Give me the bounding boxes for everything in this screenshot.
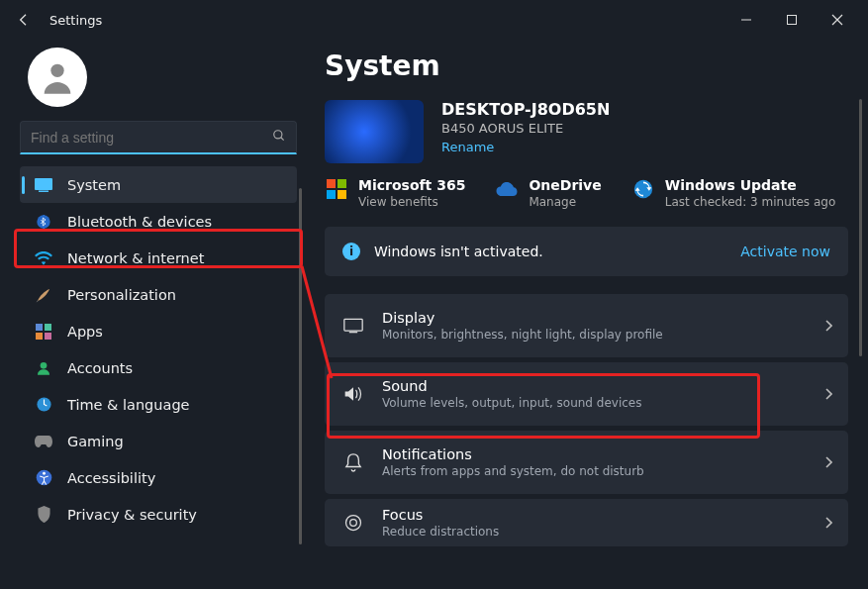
svg-point-23 (346, 516, 361, 531)
setting-subtitle: Monitors, brightness, night light, displ… (382, 328, 663, 342)
search-icon (272, 129, 286, 146)
setting-subtitle: Alerts from apps and system, do not dist… (382, 464, 644, 478)
svg-line-4 (281, 138, 284, 141)
sidebar-item-system[interactable]: System (20, 166, 297, 203)
shield-icon (34, 505, 53, 525)
chevron-right-icon (824, 453, 832, 472)
search-input-wrapper[interactable] (20, 121, 297, 154)
gaming-icon (34, 432, 53, 451)
focus-icon (340, 513, 366, 533)
sidebar-item-label: Gaming (67, 434, 124, 449)
microsoft365-icon (325, 177, 348, 201)
svg-rect-21 (344, 319, 362, 331)
window-close-button[interactable] (815, 4, 860, 36)
wifi-icon (34, 248, 53, 268)
sidebar-item-gaming[interactable]: Gaming (20, 423, 297, 459)
svg-rect-17 (338, 179, 346, 188)
service-name: Windows Update (665, 177, 836, 193)
svg-rect-19 (338, 190, 346, 199)
windows-update-icon (631, 177, 655, 201)
sidebar: System Bluetooth & devices Network & int… (0, 40, 307, 589)
service-action: View benefits (358, 195, 465, 209)
service-name: OneDrive (529, 177, 601, 193)
service-action: Manage (529, 195, 601, 209)
window-maximize-button[interactable] (769, 4, 815, 36)
svg-rect-11 (45, 333, 51, 340)
sidebar-item-accounts[interactable]: Accounts (20, 349, 297, 386)
svg-rect-18 (327, 190, 336, 199)
rename-link[interactable]: Rename (441, 140, 494, 154)
sidebar-item-bluetooth[interactable]: Bluetooth & devices (20, 203, 297, 240)
setting-subtitle: Reduce distractions (382, 525, 499, 539)
display-icon (340, 318, 366, 334)
svg-point-3 (274, 131, 282, 139)
device-board: B450 AORUS ELITE (441, 121, 610, 136)
main-scrollbar[interactable] (859, 99, 862, 356)
svg-rect-9 (45, 324, 51, 331)
service-name: Microsoft 365 (358, 177, 465, 193)
bell-icon (340, 452, 366, 472)
svg-point-2 (50, 64, 63, 77)
back-button[interactable] (8, 4, 40, 36)
paintbrush-icon (34, 285, 53, 305)
device-name: DESKTOP-J8OD65N (441, 100, 610, 119)
chevron-right-icon (824, 317, 832, 336)
sound-icon (340, 385, 366, 403)
activate-now-link[interactable]: Activate now (740, 244, 830, 259)
apps-icon (34, 322, 53, 342)
svg-point-7 (37, 215, 49, 228)
service-action: Last checked: 3 minutes ago (665, 195, 836, 209)
sidebar-item-apps[interactable]: Apps (20, 313, 297, 349)
setting-title: Focus (382, 507, 499, 523)
svg-point-15 (43, 472, 46, 475)
device-summary: DESKTOP-J8OD65N B450 AORUS ELITE Rename (325, 100, 848, 163)
svg-rect-6 (39, 190, 48, 192)
search-input[interactable] (31, 130, 272, 146)
chevron-right-icon (824, 514, 832, 533)
sidebar-item-label: Accounts (67, 360, 133, 376)
accounts-icon (34, 358, 53, 378)
activation-message: Windows isn't activated. (374, 244, 543, 259)
setting-display[interactable]: Display Monitors, brightness, night ligh… (325, 294, 848, 357)
sidebar-scrollbar[interactable] (299, 188, 302, 544)
sidebar-item-time-language[interactable]: Time & language (20, 386, 297, 423)
accessibility-icon (34, 468, 53, 488)
onedrive-icon (495, 177, 519, 201)
sidebar-item-personalization[interactable]: Personalization (20, 276, 297, 313)
svg-point-12 (41, 362, 48, 369)
sidebar-item-label: Apps (67, 324, 103, 340)
system-icon (34, 175, 53, 195)
svg-rect-5 (35, 178, 52, 190)
device-wallpaper-thumb (325, 100, 424, 163)
sidebar-item-label: Bluetooth & devices (67, 214, 212, 230)
service-onedrive[interactable]: OneDrive Manage (495, 177, 601, 209)
clock-globe-icon (34, 395, 53, 415)
info-icon: i (342, 243, 360, 260)
sidebar-item-accessibility[interactable]: Accessibility (20, 459, 297, 496)
chevron-right-icon (824, 385, 832, 404)
svg-rect-16 (327, 179, 336, 188)
service-windows-update[interactable]: Windows Update Last checked: 3 minutes a… (631, 177, 836, 209)
sidebar-item-label: Personalization (67, 287, 176, 303)
svg-point-24 (350, 520, 357, 527)
setting-focus[interactable]: Focus Reduce distractions (325, 499, 848, 546)
title-bar: Settings (0, 0, 868, 40)
service-microsoft365[interactable]: Microsoft 365 View benefits (325, 177, 465, 209)
setting-notifications[interactable]: Notifications Alerts from apps and syste… (325, 431, 848, 494)
window-minimize-button[interactable] (723, 4, 769, 36)
sidebar-item-privacy[interactable]: Privacy & security (20, 496, 297, 533)
bluetooth-icon (34, 212, 53, 232)
activation-banner[interactable]: i Windows isn't activated. Activate now (325, 227, 848, 276)
sidebar-item-label: Network & internet (67, 250, 204, 266)
main-panel: System DESKTOP-J8OD65N B450 AORUS ELITE … (307, 40, 868, 589)
user-avatar[interactable] (28, 48, 87, 107)
setting-subtitle: Volume levels, output, input, sound devi… (382, 396, 641, 410)
page-heading: System (325, 49, 848, 82)
setting-title: Sound (382, 378, 641, 394)
svg-rect-1 (788, 16, 797, 25)
sidebar-item-network[interactable]: Network & internet (20, 240, 297, 276)
setting-sound[interactable]: Sound Volume levels, output, input, soun… (325, 362, 848, 426)
svg-rect-8 (36, 324, 43, 331)
sidebar-item-label: Accessibility (67, 470, 155, 486)
sidebar-item-label: Privacy & security (67, 507, 197, 523)
